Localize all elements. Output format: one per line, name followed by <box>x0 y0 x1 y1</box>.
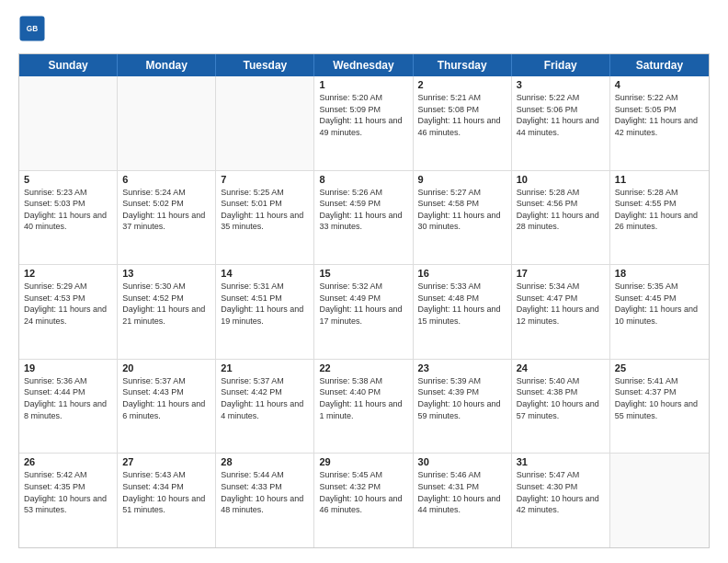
calendar-cell: 29Sunrise: 5:45 AM Sunset: 4:32 PM Dayli… <box>314 454 413 547</box>
cell-info: Sunrise: 5:23 AM Sunset: 5:03 PM Dayligh… <box>24 187 112 233</box>
cell-info: Sunrise: 5:37 AM Sunset: 4:42 PM Dayligh… <box>221 375 309 421</box>
calendar-cell: 8Sunrise: 5:26 AM Sunset: 4:59 PM Daylig… <box>314 171 413 265</box>
weekday-header: Monday <box>118 54 216 76</box>
day-number: 4 <box>615 79 704 90</box>
calendar-cell: 1Sunrise: 5:20 AM Sunset: 5:09 PM Daylig… <box>314 76 413 170</box>
cell-info: Sunrise: 5:44 AM Sunset: 4:33 PM Dayligh… <box>221 469 309 515</box>
calendar-cell: 11Sunrise: 5:28 AM Sunset: 4:55 PM Dayli… <box>610 171 709 265</box>
calendar-cell: 26Sunrise: 5:42 AM Sunset: 4:35 PM Dayli… <box>19 454 118 547</box>
cell-info: Sunrise: 5:21 AM Sunset: 5:08 PM Dayligh… <box>418 92 506 138</box>
weekday-header: Tuesday <box>216 54 314 76</box>
calendar-cell: 10Sunrise: 5:28 AM Sunset: 4:56 PM Dayli… <box>512 171 610 265</box>
calendar-cell <box>19 76 118 170</box>
cell-info: Sunrise: 5:39 AM Sunset: 4:39 PM Dayligh… <box>418 375 506 421</box>
cell-info: Sunrise: 5:22 AM Sunset: 5:06 PM Dayligh… <box>517 92 605 138</box>
calendar-cell: 30Sunrise: 5:46 AM Sunset: 4:31 PM Dayli… <box>414 454 512 547</box>
calendar-cell: 28Sunrise: 5:44 AM Sunset: 4:33 PM Dayli… <box>216 454 314 547</box>
day-number: 12 <box>24 268 112 279</box>
day-number: 14 <box>221 268 309 279</box>
svg-text:GB: GB <box>27 25 38 33</box>
cell-info: Sunrise: 5:37 AM Sunset: 4:43 PM Dayligh… <box>122 375 210 421</box>
cell-info: Sunrise: 5:33 AM Sunset: 4:48 PM Dayligh… <box>418 281 506 327</box>
cell-info: Sunrise: 5:20 AM Sunset: 5:09 PM Dayligh… <box>319 92 407 138</box>
calendar-cell <box>610 454 709 547</box>
weekday-header: Friday <box>512 54 610 76</box>
day-number: 9 <box>418 174 506 185</box>
calendar-cell: 24Sunrise: 5:40 AM Sunset: 4:38 PM Dayli… <box>512 360 610 454</box>
calendar: SundayMondayTuesdayWednesdayThursdayFrid… <box>18 53 710 548</box>
cell-info: Sunrise: 5:30 AM Sunset: 4:52 PM Dayligh… <box>122 281 210 327</box>
cell-info: Sunrise: 5:25 AM Sunset: 5:01 PM Dayligh… <box>221 187 309 233</box>
cell-info: Sunrise: 5:42 AM Sunset: 4:35 PM Dayligh… <box>24 469 112 515</box>
calendar-row: 12Sunrise: 5:29 AM Sunset: 4:53 PM Dayli… <box>19 265 709 360</box>
cell-info: Sunrise: 5:34 AM Sunset: 4:47 PM Dayligh… <box>517 281 605 327</box>
calendar-cell: 21Sunrise: 5:37 AM Sunset: 4:42 PM Dayli… <box>216 360 314 454</box>
calendar-cell: 13Sunrise: 5:30 AM Sunset: 4:52 PM Dayli… <box>118 265 216 359</box>
cell-info: Sunrise: 5:27 AM Sunset: 4:58 PM Dayligh… <box>418 187 506 233</box>
day-number: 16 <box>418 268 506 279</box>
calendar-row: 1Sunrise: 5:20 AM Sunset: 5:09 PM Daylig… <box>19 76 709 171</box>
cell-info: Sunrise: 5:46 AM Sunset: 4:31 PM Dayligh… <box>418 469 506 515</box>
day-number: 1 <box>319 79 407 90</box>
day-number: 25 <box>615 362 704 373</box>
calendar-cell: 3Sunrise: 5:22 AM Sunset: 5:06 PM Daylig… <box>512 76 610 170</box>
day-number: 17 <box>517 268 605 279</box>
cell-info: Sunrise: 5:38 AM Sunset: 4:40 PM Dayligh… <box>319 375 407 421</box>
calendar-row: 19Sunrise: 5:36 AM Sunset: 4:44 PM Dayli… <box>19 360 709 454</box>
calendar-row: 5Sunrise: 5:23 AM Sunset: 5:03 PM Daylig… <box>19 171 709 266</box>
cell-info: Sunrise: 5:24 AM Sunset: 5:02 PM Dayligh… <box>122 187 210 233</box>
cell-info: Sunrise: 5:41 AM Sunset: 4:37 PM Dayligh… <box>615 375 704 421</box>
cell-info: Sunrise: 5:32 AM Sunset: 4:49 PM Dayligh… <box>319 281 407 327</box>
weekday-header: Wednesday <box>314 54 413 76</box>
calendar-cell <box>216 76 314 170</box>
day-number: 13 <box>122 268 210 279</box>
calendar-cell: 6Sunrise: 5:24 AM Sunset: 5:02 PM Daylig… <box>118 171 216 265</box>
calendar-cell: 7Sunrise: 5:25 AM Sunset: 5:01 PM Daylig… <box>216 171 314 265</box>
calendar-cell: 16Sunrise: 5:33 AM Sunset: 4:48 PM Dayli… <box>414 265 512 359</box>
day-number: 18 <box>615 268 704 279</box>
calendar-cell: 18Sunrise: 5:35 AM Sunset: 4:45 PM Dayli… <box>610 265 709 359</box>
calendar-cell: 4Sunrise: 5:22 AM Sunset: 5:05 PM Daylig… <box>610 76 709 170</box>
weekday-header: Saturday <box>610 54 709 76</box>
page: GB SundayMondayTuesdayWednesdayThursdayF… <box>0 0 728 563</box>
cell-info: Sunrise: 5:36 AM Sunset: 4:44 PM Dayligh… <box>24 375 112 421</box>
day-number: 29 <box>319 456 407 467</box>
day-number: 19 <box>24 362 112 373</box>
calendar-cell: 25Sunrise: 5:41 AM Sunset: 4:37 PM Dayli… <box>610 360 709 454</box>
day-number: 8 <box>319 174 407 185</box>
day-number: 7 <box>221 174 309 185</box>
calendar-cell <box>118 76 216 170</box>
cell-info: Sunrise: 5:47 AM Sunset: 4:30 PM Dayligh… <box>517 469 605 515</box>
day-number: 31 <box>517 456 605 467</box>
day-number: 11 <box>615 174 704 185</box>
day-number: 28 <box>221 456 309 467</box>
day-number: 6 <box>122 174 210 185</box>
day-number: 24 <box>517 362 605 373</box>
calendar-row: 26Sunrise: 5:42 AM Sunset: 4:35 PM Dayli… <box>19 454 709 547</box>
cell-info: Sunrise: 5:40 AM Sunset: 4:38 PM Dayligh… <box>517 375 605 421</box>
calendar-body: 1Sunrise: 5:20 AM Sunset: 5:09 PM Daylig… <box>19 76 709 547</box>
calendar-cell: 20Sunrise: 5:37 AM Sunset: 4:43 PM Dayli… <box>118 360 216 454</box>
calendar-cell: 17Sunrise: 5:34 AM Sunset: 4:47 PM Dayli… <box>512 265 610 359</box>
cell-info: Sunrise: 5:26 AM Sunset: 4:59 PM Dayligh… <box>319 187 407 233</box>
day-number: 20 <box>122 362 210 373</box>
calendar-cell: 22Sunrise: 5:38 AM Sunset: 4:40 PM Dayli… <box>314 360 413 454</box>
calendar-cell: 31Sunrise: 5:47 AM Sunset: 4:30 PM Dayli… <box>512 454 610 547</box>
calendar-cell: 15Sunrise: 5:32 AM Sunset: 4:49 PM Dayli… <box>314 265 413 359</box>
calendar-cell: 5Sunrise: 5:23 AM Sunset: 5:03 PM Daylig… <box>19 171 118 265</box>
day-number: 27 <box>122 456 210 467</box>
weekday-header: Thursday <box>414 54 512 76</box>
cell-info: Sunrise: 5:43 AM Sunset: 4:34 PM Dayligh… <box>122 469 210 515</box>
logo-icon: GB <box>18 15 46 42</box>
day-number: 26 <box>24 456 112 467</box>
calendar-cell: 27Sunrise: 5:43 AM Sunset: 4:34 PM Dayli… <box>118 454 216 547</box>
header: GB <box>18 15 710 42</box>
day-number: 15 <box>319 268 407 279</box>
day-number: 2 <box>418 79 506 90</box>
day-number: 30 <box>418 456 506 467</box>
calendar-cell: 19Sunrise: 5:36 AM Sunset: 4:44 PM Dayli… <box>19 360 118 454</box>
cell-info: Sunrise: 5:22 AM Sunset: 5:05 PM Dayligh… <box>615 92 704 138</box>
day-number: 10 <box>517 174 605 185</box>
day-number: 23 <box>418 362 506 373</box>
day-number: 3 <box>517 79 605 90</box>
